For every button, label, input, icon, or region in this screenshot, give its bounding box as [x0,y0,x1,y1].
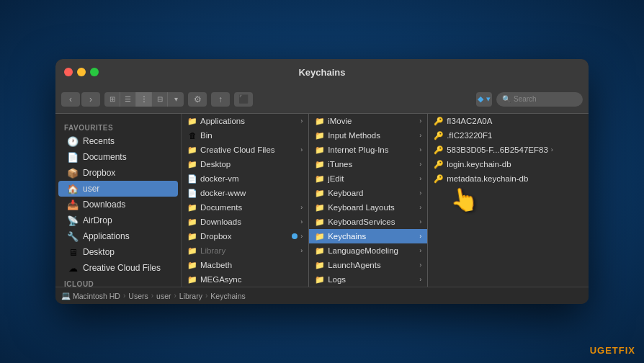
watermark-accent: E [605,345,612,356]
breadcrumb-label: Users [128,292,148,300]
folder-icon: 📁 [187,159,197,169]
item-label: Creative Cloud Files [200,145,298,154]
sidebar-label-creative-cloud: Creative Cloud Files [83,263,161,273]
list-item[interactable]: 📁 Input Methods › [309,128,427,143]
forward-button[interactable]: › [81,92,100,107]
list-item[interactable]: 📁 iTunes › [309,157,427,171]
watermark: UGETFIX [590,345,635,356]
dropbox-toolbar-icon[interactable]: ◆ ▾ [476,92,492,107]
list-item[interactable]: 📁 Desktop [182,157,308,171]
list-item-keychains[interactable]: 📁 Keychains › [309,229,427,243]
sidebar-item-downloads[interactable]: 📥 Downloads [58,197,178,212]
list-item[interactable]: 📄 docker-vm [182,171,308,186]
folder-icon: 📁 [315,246,325,256]
breadcrumb-item-users[interactable]: Users [128,292,148,300]
list-view-button[interactable]: ☰ [120,92,136,107]
breadcrumb-bar: 💻 Macintosh HD › Users › user › Library … [55,287,589,304]
list-item[interactable]: 📁 Macbeth [182,258,308,272]
list-item[interactable]: 📁 jEdit › [309,171,427,186]
item-label: 583B3D05-F...6B2547EF83 [447,145,548,154]
sidebar-item-documents[interactable]: 📄 Documents [58,149,178,165]
list-item[interactable]: 📁 Library › [182,243,308,258]
list-item[interactable]: 📁 Keyboard › [309,186,427,200]
keychain-icon: 🔑 [434,116,444,126]
sidebar-label-downloads: Downloads [83,200,125,210]
breadcrumb-item-user[interactable]: user [156,292,171,300]
list-item[interactable]: 📁 Documents › [182,200,308,215]
list-item[interactable]: 🗑 Bin [182,128,308,143]
tag-button[interactable]: ⬛ [234,92,253,107]
breadcrumb-label: Keychains [210,292,245,300]
back-button[interactable]: ‹ [61,92,80,107]
list-item[interactable]: 📁 LaunchAgents › [309,258,427,272]
list-item[interactable]: 📁 KeyboardServices › [309,215,427,229]
icon-view-button[interactable]: ⊞ [104,92,120,107]
folder-icon: 📁 [187,145,197,155]
search-box[interactable]: 🔍 Search [496,92,583,107]
item-label: iMovie [328,117,416,125]
list-item[interactable]: 🔑 .fIC23220F1 [428,128,559,143]
item-label: jEdit [328,174,416,183]
list-item[interactable]: 📁 MEGAsync [182,272,308,287]
item-label: KeyboardServices [328,218,416,226]
folder-icon-selected: 📁 [315,231,325,241]
list-item[interactable]: 🔑 583B3D05-F...6B2547EF83 › [428,143,559,157]
desktop-icon: 🖥 [67,246,79,258]
list-item[interactable]: 📁 Internet Plug-Ins › [309,143,427,157]
list-item[interactable]: 📁 LanguageModeling › [309,243,427,258]
list-item[interactable]: 📁 Creative Cloud Files › [182,143,308,157]
arrow-icon: › [419,276,421,283]
close-button[interactable] [64,68,73,76]
action-button[interactable]: ⚙ [188,92,207,107]
breadcrumb-separator: › [205,292,207,300]
breadcrumb-separator: › [123,292,125,300]
list-item[interactable]: 🔑 metadata.keychain-db [428,171,559,186]
folder-icon: 📁 [315,188,325,198]
item-label: Dropbox [200,232,289,241]
list-item[interactable]: 📁 Downloads › [182,215,308,229]
watermark-suffix: TFIX [612,345,635,356]
list-item[interactable]: 📄 docker-www [182,186,308,200]
item-label: Downloads [200,218,298,226]
column-view-button[interactable]: ⋮ [136,92,152,107]
view-options-button[interactable]: ▾ [168,92,184,107]
list-item[interactable]: 📁 Dropbox › [182,229,308,243]
sidebar-item-desktop[interactable]: 🖥 Desktop [58,244,178,260]
item-label: docker-vm [200,174,303,183]
list-item[interactable]: 📁 Keyboard Layouts › [309,200,427,215]
breadcrumb-item-keychains[interactable]: Keychains [210,292,245,300]
maximize-button[interactable] [90,68,99,76]
file-icon: 📄 [187,174,197,184]
breadcrumb-item-macintosh[interactable]: 💻 Macintosh HD [61,291,120,300]
sidebar-item-user[interactable]: 🏠 user [58,181,178,197]
keychain-icon: 🔑 [434,174,444,184]
share-button[interactable]: ↑ [211,92,230,107]
folder-icon: 📁 [187,217,197,227]
arrow-icon: › [300,247,303,254]
arrow-icon: › [300,117,303,125]
list-item[interactable]: 📁 Logs › [309,272,427,287]
list-item[interactable]: 🔑 fI34AC2A0A [428,114,559,128]
item-label: Logs [328,275,416,284]
sidebar-item-recents[interactable]: 🕐 Recents [58,133,178,149]
gallery-view-button[interactable]: ⊟ [152,92,168,107]
list-item[interactable]: 📁 iMovie › [309,114,427,128]
sidebar-item-creative-cloud[interactable]: ☁ Creative Cloud Files [58,260,178,276]
user-icon: 🏠 [67,183,79,194]
list-item[interactable]: 🔑 login.keychain-db [428,157,559,171]
breadcrumb-item-library[interactable]: Library [179,292,202,300]
item-label: MEGAsync [200,275,303,284]
minimize-button[interactable] [77,68,86,76]
list-item[interactable]: 📁 Applications › [182,114,308,128]
sidebar-item-dropbox[interactable]: 📦 Dropbox [58,165,178,181]
arrow-icon: › [419,117,421,125]
sidebar-label-recents: Recents [83,136,115,146]
item-label: Keyboard Layouts [328,203,416,212]
sidebar-item-airdrop[interactable]: 📡 AirDrop [58,212,178,228]
sidebar-item-applications[interactable]: 🔧 Applications [58,228,178,244]
window-title: Keychains [298,67,345,78]
downloads-icon: 📥 [67,199,79,210]
item-label: Applications [200,117,298,125]
airdrop-icon: 📡 [67,215,79,226]
item-label: .fIC23220F1 [447,131,553,140]
